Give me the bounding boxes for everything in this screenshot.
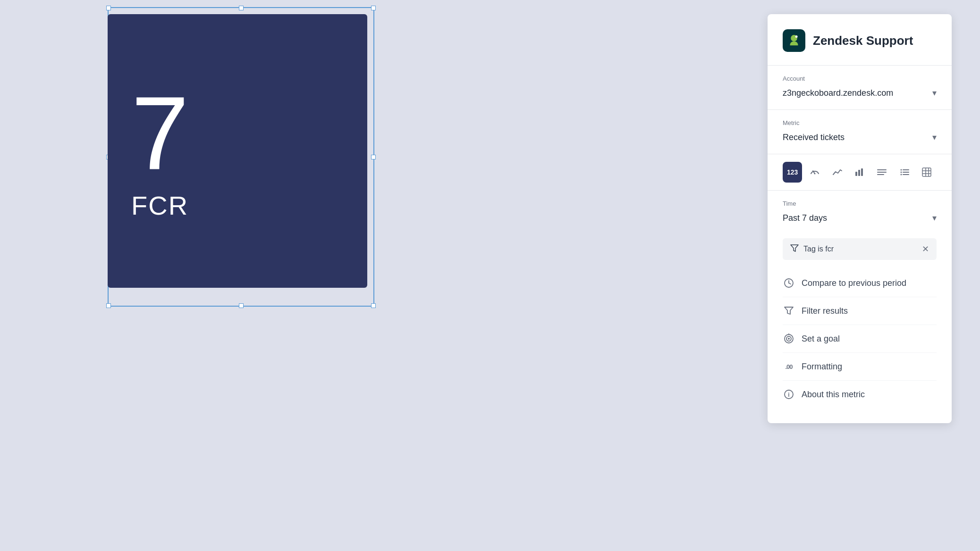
list-icon — [899, 167, 910, 177]
svg-point-11 — [900, 169, 902, 171]
line-chart-icon — [832, 167, 843, 177]
compare-icon-svg — [784, 278, 794, 288]
handle-top-left[interactable] — [106, 6, 111, 10]
formatting-label: Formatting — [802, 362, 842, 372]
filter-icon — [790, 244, 799, 254]
svg-point-4 — [814, 173, 816, 175]
account-value: z3ngeckoboard.zendesk.com — [783, 88, 893, 98]
gauge-icon — [810, 167, 820, 177]
about-metric-label: About this metric — [802, 390, 865, 400]
handle-bottom-center[interactable] — [239, 303, 244, 308]
svg-point-29 — [788, 338, 790, 340]
svg-marker-26 — [785, 307, 793, 314]
panel-header: Zendesk Support — [783, 29, 937, 52]
account-section: Account z3ngeckoboard.zendesk.com ▾ — [783, 66, 937, 109]
viz-btn-table[interactable] — [917, 162, 937, 183]
filter-tag-icon — [790, 244, 799, 252]
set-goal-icon — [783, 333, 795, 345]
time-dropdown-arrow: ▾ — [932, 213, 937, 223]
viz-btn-gauge[interactable] — [805, 162, 824, 183]
formatting-row[interactable]: .00 Formatting — [783, 353, 937, 381]
viz-btn-bar[interactable] — [850, 162, 869, 183]
clock-icon — [783, 277, 795, 289]
filter-tag-text: Tag is fcr — [803, 245, 834, 253]
metric-label: Metric — [783, 119, 937, 126]
account-dropdown[interactable]: z3ngeckoboard.zendesk.com ▾ — [783, 86, 937, 100]
set-goal-icon-svg — [784, 334, 794, 344]
svg-rect-6 — [858, 170, 860, 176]
time-value: Past 7 days — [783, 213, 827, 223]
svg-line-25 — [789, 283, 791, 284]
filter-tag[interactable]: Tag is fcr ✕ — [783, 238, 937, 260]
handle-middle-right[interactable] — [371, 155, 376, 159]
svg-point-13 — [900, 172, 902, 173]
formatting-icon: .00 — [783, 360, 795, 373]
metric-section: Metric Received tickets ▾ — [783, 110, 937, 154]
filter-results-label: Filter results — [802, 306, 848, 316]
widget-area: 7 FCR — [0, 0, 387, 551]
viz-btn-number[interactable]: 123 — [783, 162, 802, 183]
svg-marker-22 — [791, 245, 798, 251]
about-icon: i — [783, 388, 795, 401]
handle-bottom-right[interactable] — [371, 303, 376, 308]
set-goal-label: Set a goal — [802, 334, 840, 344]
compare-period-label: Compare to previous period — [802, 278, 906, 288]
svg-rect-5 — [855, 172, 857, 176]
handle-top-right[interactable] — [371, 6, 376, 10]
compare-period-row[interactable]: Compare to previous period — [783, 269, 937, 297]
filter-results-icon-svg — [784, 306, 794, 316]
zendesk-logo-svg — [786, 33, 802, 49]
filter-results-row[interactable]: Filter results — [783, 297, 937, 325]
viz-btn-list[interactable] — [895, 162, 914, 183]
metric-value: Received tickets — [783, 133, 845, 142]
metric-dropdown[interactable]: Received tickets ▾ — [783, 130, 937, 144]
filter-results-icon — [783, 305, 795, 317]
bar-chart-icon — [854, 167, 865, 177]
set-goal-row[interactable]: Set a goal — [783, 325, 937, 353]
svg-point-2 — [795, 35, 798, 38]
account-dropdown-arrow: ▾ — [932, 88, 937, 98]
formatting-icon-text: .00 — [785, 363, 792, 370]
widget-card: 7 FCR — [108, 14, 367, 288]
widget-number: 7 — [131, 82, 344, 185]
handle-bottom-left[interactable] — [106, 303, 111, 308]
widget-label: FCR — [131, 190, 344, 221]
viz-btn-line[interactable] — [828, 162, 847, 183]
viz-buttons-group: 123 — [783, 154, 937, 190]
svg-text:i: i — [788, 392, 789, 398]
account-label: Account — [783, 75, 937, 82]
settings-panel: Zendesk Support Account z3ngeckoboard.ze… — [768, 14, 952, 423]
filter-tag-close-button[interactable]: ✕ — [922, 244, 929, 254]
table-icon — [921, 167, 932, 177]
svg-rect-7 — [861, 168, 863, 176]
about-metric-row[interactable]: i About this metric — [783, 381, 937, 408]
svg-point-15 — [900, 174, 902, 175]
text-align-icon — [877, 167, 887, 177]
handle-top-center[interactable] — [239, 6, 244, 10]
time-section: Time Past 7 days ▾ — [783, 191, 937, 234]
about-icon-svg: i — [784, 389, 794, 400]
time-label: Time — [783, 200, 937, 207]
time-dropdown[interactable]: Past 7 days ▾ — [783, 211, 937, 225]
svg-rect-17 — [922, 168, 931, 176]
viz-btn-text[interactable] — [872, 162, 892, 183]
panel-title: Zendesk Support — [813, 33, 913, 48]
zendesk-logo — [783, 29, 805, 52]
filter-tag-content: Tag is fcr — [790, 244, 834, 254]
metric-dropdown-arrow: ▾ — [932, 132, 937, 142]
